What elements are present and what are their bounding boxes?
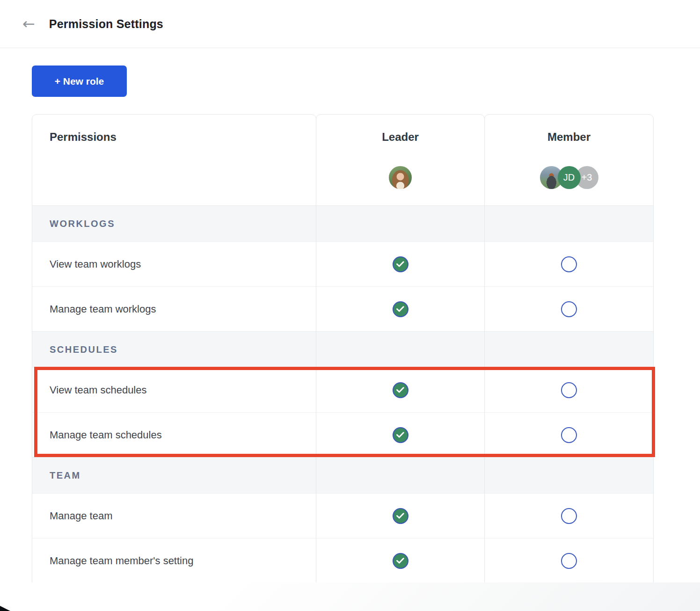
row-label-view-team-worklogs: View team worklogs <box>32 241 316 286</box>
unchecked-circle-icon <box>561 256 577 272</box>
check-icon <box>393 382 408 398</box>
leader-toggle-manage-team-schedules[interactable] <box>316 412 484 457</box>
check-icon <box>393 427 408 443</box>
check-icon <box>393 553 408 569</box>
member-toggle-manage-team[interactable] <box>485 493 653 538</box>
row-label-manage-team-schedules: Manage team schedules <box>32 412 316 457</box>
member-avatar-initials[interactable]: JD <box>558 166 581 189</box>
new-role-button[interactable]: + New role <box>32 65 127 97</box>
leader-toggle-view-team-worklogs[interactable] <box>316 241 484 286</box>
member-section-spacer-schedules <box>485 331 653 367</box>
unchecked-circle-icon <box>561 427 577 443</box>
leader-role-name: Leader <box>382 131 419 144</box>
row-label-manage-team-members-setting: Manage team member's setting <box>32 538 316 583</box>
member-toggle-view-team-worklogs[interactable] <box>485 241 653 286</box>
unchecked-circle-icon <box>561 382 577 398</box>
permissions-header-label: Permissions <box>32 115 316 144</box>
leader-toggle-manage-team-worklogs[interactable] <box>316 286 484 331</box>
leader-column-header: Leader <box>316 115 484 205</box>
member-toggle-manage-team-members-setting[interactable] <box>485 538 653 583</box>
row-label-manage-team: Manage team <box>32 493 316 538</box>
leader-toggle-manage-team[interactable] <box>316 493 484 538</box>
bottom-background <box>0 582 700 611</box>
leader-section-spacer-worklogs <box>316 205 484 241</box>
permissions-table: Permissions WORKLOGS View team worklogs … <box>32 114 654 583</box>
leader-toggle-manage-team-members-setting[interactable] <box>316 538 484 583</box>
leader-avatar[interactable] <box>389 166 412 189</box>
row-label-view-team-schedules: View team schedules <box>32 367 316 412</box>
unchecked-circle-icon <box>561 553 577 569</box>
back-arrow-icon[interactable]: ← <box>22 16 35 31</box>
leader-column: Leader <box>316 114 485 583</box>
section-header-team: TEAM <box>32 457 316 493</box>
page-title: Permission Settings <box>49 17 163 31</box>
member-section-spacer-team <box>485 457 653 493</box>
unchecked-circle-icon <box>561 301 577 317</box>
member-column-header: Member JD +3 <box>485 115 653 205</box>
member-section-spacer-worklogs <box>485 205 653 241</box>
leader-section-spacer-team <box>316 457 484 493</box>
member-toggle-view-team-schedules[interactable] <box>485 367 653 412</box>
unchecked-circle-icon <box>561 508 577 524</box>
member-toggle-manage-team-schedules[interactable] <box>485 412 653 457</box>
section-header-worklogs: WORKLOGS <box>32 205 316 241</box>
section-header-schedules: SCHEDULES <box>32 331 316 367</box>
top-bar: ← Permission Settings <box>0 0 700 48</box>
leader-toggle-view-team-schedules[interactable] <box>316 367 484 412</box>
check-icon <box>393 508 408 524</box>
member-avatars: JD +3 <box>540 166 598 189</box>
row-label-manage-team-worklogs: Manage team worklogs <box>32 286 316 331</box>
member-role-name: Member <box>547 131 591 144</box>
check-icon <box>393 256 408 272</box>
leader-section-spacer-schedules <box>316 331 484 367</box>
permissions-column-header: Permissions <box>32 115 316 205</box>
member-toggle-manage-team-worklogs[interactable] <box>485 286 653 331</box>
check-icon <box>393 301 408 317</box>
permissions-column: Permissions WORKLOGS View team worklogs … <box>32 114 316 583</box>
leader-avatars <box>389 166 412 189</box>
member-column: Member JD +3 <box>484 114 654 583</box>
